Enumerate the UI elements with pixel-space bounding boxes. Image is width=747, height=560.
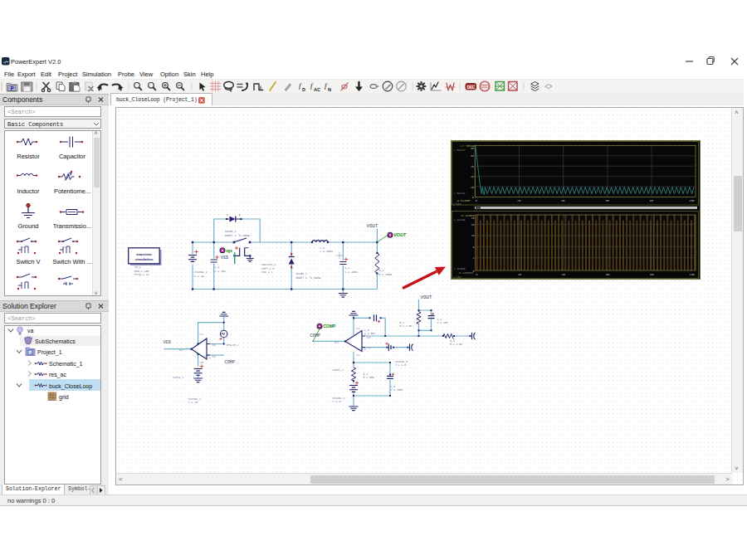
svg-text:4m: 4m: [561, 199, 564, 202]
svg-text:0: 0: [476, 199, 477, 202]
svg-text:End = 10m: End = 10m: [134, 270, 149, 273]
svg-text:0: 0: [476, 273, 477, 276]
svg-text:10: 10: [471, 186, 474, 189]
svg-text:Schematic_1: Schematic_1: [49, 361, 83, 368]
svg-text:-: -: [221, 328, 222, 331]
svg-text:Diode_1: Diode_1: [225, 230, 236, 233]
svg-text:C = 10u: C = 10u: [215, 270, 226, 273]
svg-text:VOUT: VOUT: [393, 232, 407, 237]
svg-text:C = 100n: C = 100n: [391, 388, 403, 392]
svg-text:+ 5127V: + 5127V: [454, 149, 465, 152]
svg-text:Vsens_1: Vsens_1: [173, 376, 183, 379]
svg-text:COMP: COMP: [310, 334, 320, 338]
svg-text:p: p: [239, 213, 241, 217]
svg-text:vgs: vgs: [226, 249, 232, 253]
svg-text:-0 14039Hz: -0 14039Hz: [457, 271, 473, 275]
svg-text:Von = 1: Von = 1: [261, 270, 272, 274]
svg-text:6m: 6m: [605, 199, 608, 202]
svg-text:Voff = 0: Voff = 0: [261, 267, 274, 270]
svg-text:-: -: [209, 340, 211, 343]
svg-text:VsinDC_1: VsinDC_1: [194, 270, 207, 274]
svg-text:2m: 2m: [517, 199, 520, 202]
svg-text:+ 0137A: + 0137A: [454, 267, 465, 270]
svg-text:0: 0: [472, 270, 474, 273]
svg-text:VOUT: VOUT: [367, 223, 378, 229]
svg-text:res_ac: res_ac: [49, 372, 67, 378]
svg-text:20: 20: [471, 175, 474, 178]
svg-text:25: 25: [471, 165, 474, 168]
svg-text:15: 15: [471, 223, 474, 226]
svg-text:8m: 8m: [650, 273, 653, 276]
svg-text:35: 35: [471, 147, 474, 150]
svg-text:4m: 4m: [562, 273, 565, 276]
svg-text:L = 100u: L = 100u: [320, 250, 333, 253]
svg-text:TR_1: TR_1: [134, 265, 141, 269]
svg-text:vdd: vdd: [200, 361, 204, 364]
svg-text:C = 20n: C = 20n: [437, 321, 448, 324]
svg-text:C = 100u: C = 100u: [345, 270, 358, 274]
svg-text:C_1: C_1: [215, 265, 220, 269]
svg-text:2: 2: [472, 256, 474, 260]
svg-text:Inp: Inp: [212, 356, 216, 358]
svg-text:transient: transient: [136, 252, 152, 256]
svg-text:10m: 10m: [690, 273, 695, 276]
svg-text:Vsens_2: Vsens_2: [333, 368, 344, 372]
svg-text:P: P: [11, 85, 15, 91]
svg-text:V = 20: V = 20: [188, 401, 198, 404]
svg-text:R_1: R_1: [379, 269, 384, 272]
svg-text:20: 20: [471, 217, 474, 220]
svg-text:R = 500: R = 500: [364, 376, 374, 379]
svg-text:5: 5: [472, 246, 474, 249]
svg-text:+ 9147A: + 9147A: [454, 218, 465, 222]
svg-text:2m: 2m: [518, 273, 521, 276]
svg-text:SubSchematics: SubSchematics: [35, 338, 76, 344]
svg-text:model = 'D_IDEAL': model = 'D_IDEAL': [225, 234, 252, 237]
svg-text:vcc: vcc: [200, 334, 204, 336]
svg-text:8m: 8m: [650, 199, 653, 202]
svg-text:V = 2.5: V = 2.5: [395, 363, 406, 367]
svg-text:vss: vss: [356, 354, 360, 357]
svg-text:R = 2.5K: R = 2.5K: [450, 343, 462, 346]
svg-text:1/4ms: 1/4ms: [453, 275, 461, 279]
svg-text:P: P: [29, 350, 32, 355]
svg-text:V = 12: V = 12: [333, 400, 342, 403]
svg-text:Inp: Inp: [367, 347, 371, 349]
svg-text:Inm: Inm: [367, 337, 371, 339]
svg-text:C_2: C_2: [345, 266, 350, 270]
svg-text:VOUT: VOUT: [421, 295, 432, 300]
svg-text:VPULSE_2: VPULSE_2: [227, 343, 239, 347]
svg-text:SwitchV_1: SwitchV_1: [261, 263, 276, 266]
svg-text:buck_CloseLoop: buck_CloseLoop: [49, 383, 92, 390]
svg-text:VsinDC_2: VsinDC_2: [188, 397, 201, 401]
svg-text:Freq = 1u: Freq = 1u: [134, 273, 149, 276]
svg-text:Out: Out: [179, 349, 183, 352]
svg-text:-: -: [202, 341, 203, 344]
svg-text:Diode_2: Diode_2: [296, 272, 307, 275]
svg-text:COMP: COMP: [323, 324, 336, 329]
svg-text:0: 0: [472, 196, 474, 199]
svg-text:C = 50n: C = 50n: [364, 332, 375, 335]
svg-text:Out: Out: [334, 342, 339, 344]
svg-text:va: va: [27, 328, 34, 334]
svg-text:COMP: COMP: [225, 360, 235, 365]
svg-text:simulation: simulation: [135, 257, 154, 261]
svg-text:Project_1: Project_1: [37, 349, 62, 356]
svg-text:6m: 6m: [606, 273, 609, 276]
svg-text:V = 20: V = 20: [194, 275, 204, 278]
svg-text:OVO: OVO: [482, 85, 488, 88]
svg-text:vcc: vcc: [356, 328, 360, 330]
svg-text:AC: AC: [314, 87, 320, 92]
svg-text:VGS: VGS: [221, 256, 228, 261]
svg-text:R = 7.5K: R = 7.5K: [400, 324, 413, 328]
svg-text:Inm: Inm: [212, 344, 216, 347]
svg-text:10m: 10m: [689, 199, 694, 202]
svg-text:+ 5127V: + 5127V: [454, 192, 465, 195]
svg-text:a: a: [227, 213, 228, 217]
svg-text:D: D: [302, 87, 305, 92]
svg-text:DEC: DEC: [467, 85, 476, 90]
svg-text:L_1: L_1: [320, 246, 325, 250]
svg-text:model = 'D_IDEAL': model = 'D_IDEAL': [296, 276, 324, 280]
svg-text:N: N: [328, 87, 331, 92]
svg-text:grid: grid: [59, 394, 69, 401]
svg-text:VGS: VGS: [164, 340, 171, 345]
